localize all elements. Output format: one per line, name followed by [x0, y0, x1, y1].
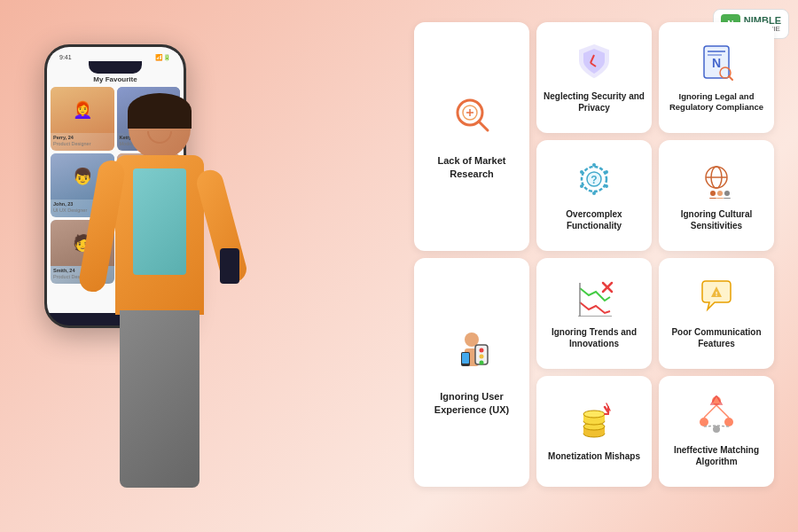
svg-line-12: [729, 76, 732, 80]
svg-text:?: ?: [591, 174, 597, 186]
ignoring-trends-label: Ignoring Trends and Innovations: [544, 326, 645, 349]
ignoring-cultural-label: Ignoring Cultural Sensitivities: [666, 208, 767, 231]
svg-point-19: [592, 192, 596, 195]
svg-point-36: [480, 361, 484, 365]
svg-point-16: [592, 163, 596, 167]
neglecting-security-label: Neglecting Security and Privacy: [544, 90, 645, 113]
svg-point-27: [724, 191, 730, 196]
card-ignoring-ux: Ignoring User Experience (UX): [414, 258, 529, 487]
overcomplex-icon: ?: [575, 160, 614, 203]
monetization-icon: [575, 402, 614, 445]
card-poor-communication: ! Poor Communication Features: [659, 258, 774, 369]
lack-market-research-icon: [449, 93, 495, 145]
monetization-label: Monetization Mishaps: [548, 450, 640, 462]
svg-point-58: [713, 426, 720, 433]
cards-container: Lack of Market Research Neglecting Secur…: [414, 22, 791, 487]
svg-line-61: [704, 426, 716, 426]
card-ignoring-cultural: Ignoring Cultural Sensitivities: [659, 140, 774, 251]
svg-point-35: [480, 355, 484, 359]
card-neglecting-security: Neglecting Security and Privacy: [536, 22, 652, 133]
svg-point-34: [480, 348, 484, 353]
ignoring-ux-icon: [449, 329, 495, 381]
poor-communication-icon: !: [697, 278, 736, 321]
person-figure: [44, 44, 275, 523]
neglecting-security-icon: [575, 42, 614, 85]
ignoring-trends-icon: [575, 278, 614, 321]
overcomplex-label: Overcomplex Functionality: [544, 208, 645, 231]
card-lack-market-research: Lack of Market Research: [414, 22, 529, 251]
svg-point-21: [580, 170, 583, 174]
svg-line-60: [716, 405, 729, 418]
card-ignoring-trends: Ignoring Trends and Innovations: [536, 258, 652, 369]
card-overcomplex: ? Overcomplex Functionality: [536, 140, 652, 251]
poor-communication-label: Poor Communication Features: [666, 326, 767, 349]
svg-point-20: [580, 184, 583, 188]
card-ineffective-matching: Ineffective Matching Algorithm: [659, 376, 774, 487]
ignoring-legal-icon: N: [697, 43, 736, 86]
svg-point-56: [700, 418, 708, 426]
svg-point-26: [717, 191, 723, 196]
svg-point-18: [605, 184, 608, 188]
card-monetization: Monetization Mishaps: [536, 376, 652, 487]
svg-line-1: [479, 121, 488, 130]
card-ignoring-legal: N Ignoring Legal and Regulatory Complian…: [659, 22, 774, 133]
svg-point-25: [710, 191, 716, 196]
svg-line-59: [704, 405, 716, 418]
svg-text:N: N: [712, 56, 721, 70]
svg-point-50: [583, 411, 605, 418]
svg-line-62: [716, 426, 729, 426]
ignoring-legal-label: Ignoring Legal and Regulatory Compliance: [666, 91, 767, 113]
svg-text:!: !: [716, 290, 718, 298]
ignoring-ux-label: Ignoring User Experience (UX): [421, 390, 522, 416]
ineffective-matching-label: Ineffective Matching Algorithm: [666, 444, 767, 467]
svg-point-17: [605, 170, 608, 174]
svg-rect-38: [462, 353, 469, 364]
svg-point-57: [724, 418, 733, 426]
lack-market-research-label: Lack of Market Research: [421, 154, 522, 180]
ignoring-cultural-icon: [697, 160, 736, 203]
ineffective-matching-icon: [697, 395, 736, 439]
